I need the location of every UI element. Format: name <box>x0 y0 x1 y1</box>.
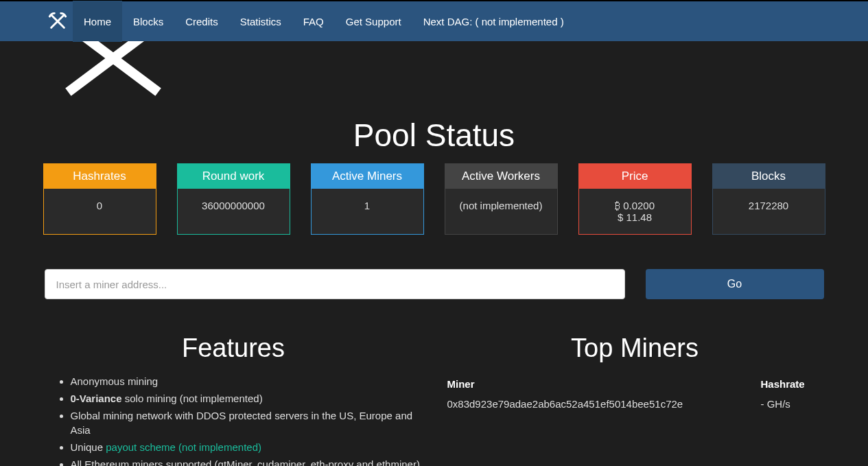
nav-item-blocks[interactable]: Blocks <box>122 1 174 42</box>
features-title: Features <box>43 334 424 363</box>
stat-hashrates: Hashrates 0 <box>43 163 156 235</box>
stat-value: 2172280 <box>713 189 825 222</box>
price-usd: $ 11.48 <box>583 211 687 223</box>
miner-hashrate: - GH/s <box>761 398 823 410</box>
nav-item-credits[interactable]: Credits <box>174 1 229 42</box>
nav-item-statistics[interactable]: Statistics <box>229 1 292 42</box>
stat-label: Blocks <box>713 164 825 189</box>
stat-label: Active Workers <box>445 164 557 189</box>
nav-item-faq[interactable]: FAQ <box>292 1 335 42</box>
brand-logo[interactable] <box>43 1 73 42</box>
feature-item: Anonymous mining <box>71 374 424 388</box>
stat-value: ₿ 0.0200 $ 11.48 <box>579 189 691 234</box>
stat-label: Price <box>579 164 691 189</box>
features-column: Features Anonymous mining0-Variance solo… <box>43 334 424 466</box>
pickaxe-icon <box>48 12 67 31</box>
top-miners-column: Top Miners Miner Hashrate 0x83d923e79ada… <box>445 334 825 466</box>
stat-value: 1 <box>312 189 423 222</box>
navbar: HomeBlocksCreditsStatisticsFAQGet Suppor… <box>0 0 868 41</box>
stat-blocks: Blocks 2172280 <box>712 163 825 235</box>
stat-value: (not implemented) <box>445 189 557 222</box>
col-miner: Miner <box>447 378 761 390</box>
nav-item-home[interactable]: Home <box>73 1 122 42</box>
stat-value: 0 <box>44 189 156 222</box>
top-miners-title: Top Miners <box>445 334 825 363</box>
stats-row: Hashrates 0 Round work 36000000000 Activ… <box>43 163 825 235</box>
miner-address[interactable]: 0x83d923e79adae2ab6ac52a451ef5014bee51c7… <box>447 398 761 410</box>
feature-item: Global mining network with DDOS protecte… <box>71 408 424 437</box>
payout-scheme-link[interactable]: payout scheme (not implemented) <box>106 441 261 453</box>
features-list: Anonymous mining0-Variance solo mining (… <box>43 374 424 466</box>
stat-round-work: Round work 36000000000 <box>177 163 290 235</box>
stat-label: Hashrates <box>44 164 156 189</box>
feature-item: Unique payout scheme (not implemented) <box>71 440 424 454</box>
pickaxe-large-icon <box>58 41 175 96</box>
feature-item: All Ethereum miners supported (qtMiner, … <box>71 457 424 466</box>
go-button[interactable]: Go <box>646 269 824 299</box>
table-row: 0x83d923e79adae2ab6ac52a451ef5014bee51c7… <box>445 394 825 414</box>
stat-active-miners: Active Miners 1 <box>311 163 424 235</box>
top-miners-table: Miner Hashrate 0x83d923e79adae2ab6ac52a4… <box>445 374 825 414</box>
col-hashrate: Hashrate <box>761 378 823 390</box>
search-row: Go <box>43 269 825 299</box>
stat-value: 36000000000 <box>178 189 290 222</box>
table-header: Miner Hashrate <box>445 374 825 394</box>
pool-status-title: Pool Status <box>43 117 825 154</box>
feature-item: 0-Variance solo mining (not implemented) <box>71 391 424 406</box>
stat-label: Active Miners <box>312 164 423 189</box>
nav-item-next-dag-not-implemented[interactable]: Next DAG: ( not implemented ) <box>412 1 575 42</box>
nav-item-get-support[interactable]: Get Support <box>335 1 412 42</box>
stat-label: Round work <box>178 164 290 189</box>
feature-bold: 0-Variance <box>71 393 122 404</box>
hero-logo <box>58 41 868 96</box>
stat-active-workers: Active Workers (not implemented) <box>445 163 558 235</box>
stat-price: Price ₿ 0.0200 $ 11.48 <box>578 163 692 235</box>
miner-address-input[interactable] <box>45 269 625 299</box>
price-btc: ₿ 0.0200 <box>583 200 687 211</box>
